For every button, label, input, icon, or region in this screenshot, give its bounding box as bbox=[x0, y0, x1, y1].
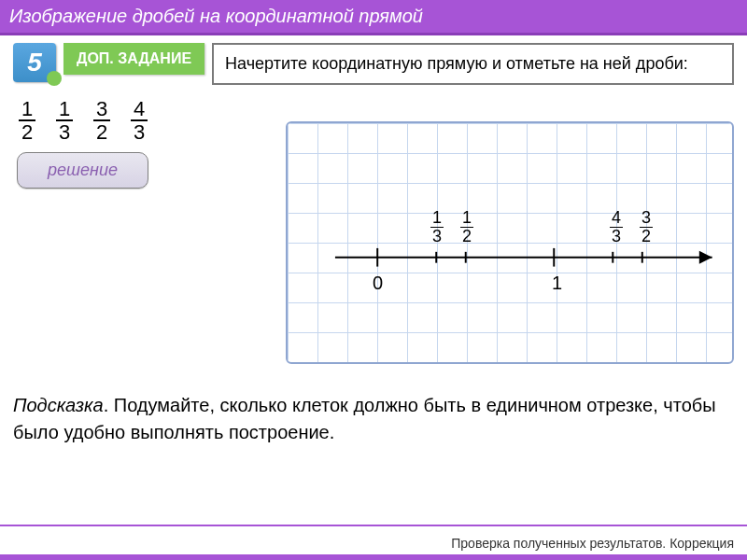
nl-mark-4-3: 43 bbox=[610, 209, 623, 245]
fraction-3: 32 bbox=[93, 98, 110, 143]
fraction-2: 13 bbox=[56, 98, 73, 143]
nl-mark-1-3: 13 bbox=[430, 209, 444, 245]
nl-label-0: 0 bbox=[373, 273, 383, 294]
task-instructions: Начертите координатную прямую и отметьте… bbox=[212, 43, 734, 85]
number-line-grid: 0 1 13 12 43 32 bbox=[286, 121, 734, 364]
page-title: Изображение дробей на координатной прямо… bbox=[0, 0, 747, 35]
number-line-svg bbox=[288, 123, 732, 362]
footer-text: Проверка полученных результатов. Коррекц… bbox=[451, 536, 734, 551]
nl-mark-3-2: 32 bbox=[640, 209, 653, 245]
nl-label-1: 1 bbox=[552, 273, 562, 294]
solution-button[interactable]: решение bbox=[17, 152, 148, 189]
grade-badge: 5 bbox=[13, 43, 56, 82]
footer-divider bbox=[0, 525, 747, 526]
svg-marker-1 bbox=[699, 251, 712, 264]
fraction-1: 12 bbox=[19, 98, 35, 143]
nl-mark-1-2: 12 bbox=[460, 209, 473, 245]
task-type-badge: ДОП. ЗАДАНИЕ bbox=[63, 43, 204, 75]
bottom-bar bbox=[0, 554, 747, 560]
hint-text: Подсказка. Подумайте, сколько клеток дол… bbox=[13, 392, 734, 446]
fraction-4: 43 bbox=[131, 98, 148, 143]
